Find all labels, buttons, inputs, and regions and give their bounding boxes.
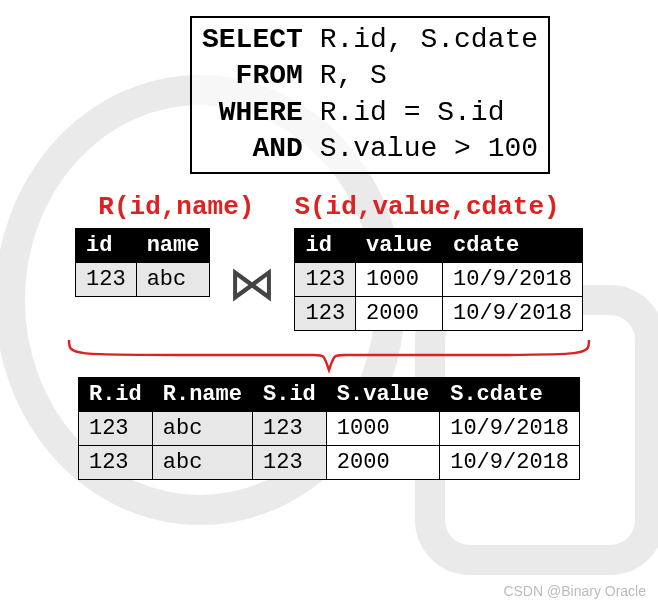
table-row: id value cdate: [295, 228, 582, 262]
td: 123: [252, 411, 326, 445]
th-s-id: id: [295, 228, 356, 262]
th: R.name: [152, 377, 252, 411]
schema-labels: R(id,name) S(id,value,cdate): [10, 192, 648, 222]
join-row: id name 123 abc ⋈ id value cdate 123 100…: [10, 228, 648, 331]
th: S.value: [326, 377, 439, 411]
table-row: id name: [76, 228, 210, 262]
td: 123: [78, 445, 152, 479]
table-s: id value cdate 123 1000 10/9/2018 123 20…: [294, 228, 582, 331]
table-row: 123 abc: [76, 262, 210, 296]
th: S.id: [252, 377, 326, 411]
watermark: CSDN @Binary Oracle: [503, 583, 646, 599]
sql-select-cols: R.id, S.cdate: [303, 24, 538, 55]
th-s-cdate: cdate: [443, 228, 583, 262]
sql-from: R, S: [303, 60, 387, 91]
td: 1000: [326, 411, 439, 445]
td: 10/9/2018: [440, 411, 580, 445]
td: 2000: [356, 296, 443, 330]
th: S.cdate: [440, 377, 580, 411]
td: 10/9/2018: [443, 262, 583, 296]
sql-query-box: SELECT R.id, S.cdate FROM R, S WHERE R.i…: [190, 16, 550, 174]
sql-where: R.id = S.id: [303, 97, 505, 128]
brace-icon: [59, 335, 599, 375]
td: abc: [152, 411, 252, 445]
td: 123: [252, 445, 326, 479]
schema-r: R(id,name): [98, 192, 254, 222]
table-result: R.id R.name S.id S.value S.cdate 123 abc…: [78, 377, 580, 480]
td: 1000: [356, 262, 443, 296]
kw-and: AND: [202, 133, 303, 164]
table-row: 123 abc 123 2000 10/9/2018: [78, 445, 579, 479]
th: R.id: [78, 377, 152, 411]
td: 123: [76, 262, 137, 296]
td: abc: [152, 445, 252, 479]
table-row: R.id R.name S.id S.value S.cdate: [78, 377, 579, 411]
td: 123: [295, 262, 356, 296]
schema-s: S(id,value,cdate): [294, 192, 559, 222]
kw-from: FROM: [202, 60, 303, 91]
td: 10/9/2018: [443, 296, 583, 330]
td: abc: [136, 262, 210, 296]
th-r-id: id: [76, 228, 137, 262]
td: 2000: [326, 445, 439, 479]
table-row: 123 2000 10/9/2018: [295, 296, 582, 330]
join-icon: ⋈: [228, 255, 276, 314]
kw-select: SELECT: [202, 24, 303, 55]
kw-where: WHERE: [202, 97, 303, 128]
table-row: 123 1000 10/9/2018: [295, 262, 582, 296]
table-row: 123 abc 123 1000 10/9/2018: [78, 411, 579, 445]
brace: [10, 335, 648, 375]
td: 10/9/2018: [440, 445, 580, 479]
sql-and: S.value > 100: [303, 133, 538, 164]
th-r-name: name: [136, 228, 210, 262]
th-s-value: value: [356, 228, 443, 262]
table-r: id name 123 abc: [75, 228, 210, 297]
td: 123: [295, 296, 356, 330]
td: 123: [78, 411, 152, 445]
